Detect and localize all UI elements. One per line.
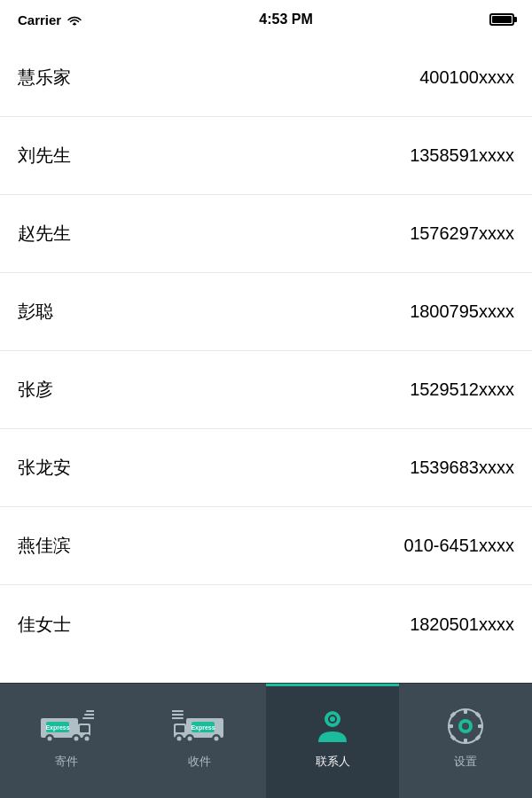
svg-point-24 [188, 736, 192, 740]
svg-rect-38 [478, 724, 483, 728]
tab-contact-icon [313, 704, 352, 748]
svg-rect-36 [464, 739, 467, 744]
contact-item[interactable]: 赵先生1576297xxxx [0, 195, 532, 273]
svg-text:Express: Express [191, 724, 215, 732]
wifi-icon [66, 13, 82, 26]
tab-receive-icon: Express [172, 704, 227, 748]
svg-point-31 [330, 716, 335, 722]
svg-point-7 [74, 736, 79, 740]
tab-settings-icon [447, 704, 484, 748]
contact-item[interactable]: 慧乐家400100xxxx [0, 39, 532, 117]
contact-item[interactable]: 张彦1529512xxxx [0, 351, 532, 429]
contact-phone: 1800795xxxx [410, 301, 514, 322]
status-carrier: Carrier [18, 12, 82, 27]
tab-contact[interactable]: 联系人 [266, 684, 399, 798]
tab-settings-label: 设置 [454, 754, 477, 770]
status-time: 4:53 PM [259, 12, 312, 27]
contact-item[interactable]: 刘先生1358591xxxx [0, 117, 532, 195]
battery-icon [489, 13, 514, 26]
contact-person-icon [313, 707, 352, 746]
svg-text:Express: Express [45, 724, 69, 732]
contact-phone: 1820501xxxx [410, 614, 514, 635]
contact-name: 赵先生 [18, 222, 71, 246]
svg-rect-35 [464, 708, 467, 714]
contact-name: 彭聪 [18, 300, 53, 324]
contact-name: 刘先生 [18, 144, 71, 168]
status-right [489, 13, 514, 26]
svg-point-34 [462, 723, 469, 730]
contact-name: 燕佳滨 [18, 534, 71, 558]
svg-point-5 [48, 736, 52, 740]
contact-list: 慧乐家400100xxxx刘先生1358591xxxx赵先生1576297xxx… [0, 39, 532, 683]
tab-receive[interactable]: Express 收件 [133, 684, 266, 798]
contact-phone: 400100xxxx [419, 67, 514, 88]
contact-item[interactable]: 彭聪1800795xxxx [0, 273, 532, 351]
svg-point-9 [85, 736, 90, 740]
contact-item[interactable]: 张龙安1539683xxxx [0, 429, 532, 507]
svg-rect-3 [80, 725, 89, 732]
tab-settings[interactable]: 设置 [399, 684, 532, 798]
contact-name: 佳女士 [18, 613, 71, 637]
contact-name: 慧乐家 [18, 66, 71, 90]
tab-send[interactable]: Express 寄件 [0, 684, 133, 798]
send-truck-icon: Express [39, 709, 94, 743]
contact-phone: 1576297xxxx [410, 223, 514, 244]
carrier-text: Carrier [18, 12, 61, 27]
tab-receive-label: 收件 [188, 754, 211, 770]
status-bar: Carrier 4:53 PM [0, 0, 532, 39]
contact-phone: 1358591xxxx [410, 145, 514, 166]
tab-bar: Express 寄件 [0, 683, 532, 798]
tab-send-icon: Express [39, 704, 94, 748]
svg-point-26 [215, 736, 219, 740]
tab-contact-label: 联系人 [316, 754, 350, 770]
contact-name: 张彦 [18, 378, 53, 402]
contact-phone: 010-6451xxxx [403, 536, 514, 556]
svg-point-22 [177, 736, 182, 740]
contact-phone: 1539683xxxx [410, 458, 514, 478]
receive-truck-icon: Express [172, 709, 227, 743]
settings-gear-icon [447, 708, 484, 745]
svg-point-0 [74, 23, 76, 26]
svg-rect-19 [176, 725, 184, 732]
tab-send-label: 寄件 [55, 754, 78, 770]
contact-name: 张龙安 [18, 456, 71, 480]
contact-phone: 1529512xxxx [410, 379, 514, 400]
contact-item[interactable]: 佳女士1820501xxxx [0, 585, 532, 663]
contact-item[interactable]: 燕佳滨010-6451xxxx [0, 507, 532, 585]
svg-rect-37 [448, 724, 453, 728]
